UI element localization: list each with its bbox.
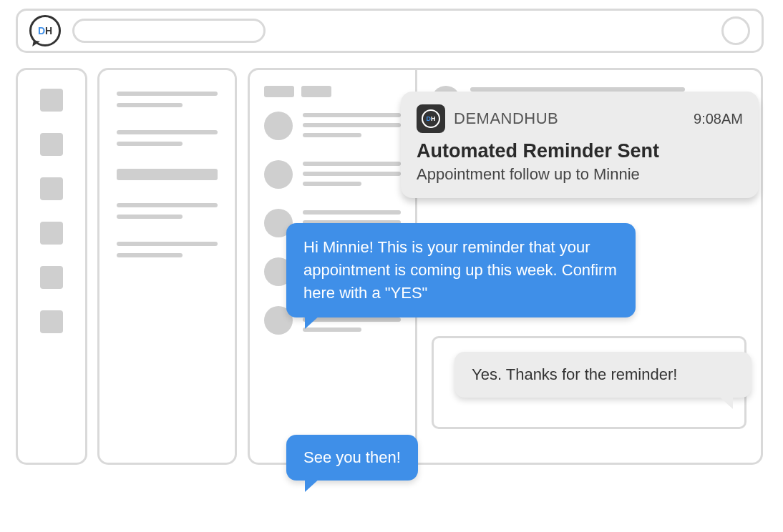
sidebar-item[interactable] [117,92,218,107]
nav-item[interactable] [40,133,63,156]
outgoing-message: See you then! [286,435,418,481]
tab[interactable] [264,86,294,97]
placeholder-line [117,103,183,107]
outgoing-message: Hi Minnie! This is your reminder that yo… [286,223,636,317]
message-text: See you then! [303,448,401,466]
notification-title: Automated Reminder Sent [417,140,743,162]
placeholder-line [117,169,218,180]
logo-letter-d: D [38,25,45,36]
bubble-tail-icon [305,315,321,329]
placeholder-line [303,182,361,186]
placeholder-line [117,253,183,257]
incoming-message: Yes. Thanks for the reminder! [454,352,752,398]
placeholder-line [303,123,401,127]
placeholder-line [117,203,218,207]
placeholder-line [117,215,183,219]
nav-item[interactable] [40,222,63,245]
nav-item[interactable] [40,310,63,333]
secondary-sidebar [97,68,237,465]
speech-bubble-tail-icon [32,40,40,48]
placeholder-line [117,142,183,146]
sidebar-item-selected[interactable] [117,169,218,180]
placeholder-line [303,133,361,137]
bubble-tail-icon [717,395,733,409]
sidebar-item[interactable] [117,130,218,146]
avatar-icon [264,160,293,189]
message-text: Hi Minnie! This is your reminder that yo… [303,238,617,302]
logo-letter-h: H [45,25,52,36]
placeholder-line [117,242,218,246]
message-text: Yes. Thanks for the reminder! [472,365,677,383]
placeholder-line [303,162,401,166]
filter-tabs [264,86,401,97]
notification-card[interactable]: DH DEMANDHUB 9:08AM Automated Reminder S… [401,92,759,198]
sidebar-item[interactable] [117,203,218,219]
notification-time: 9:08AM [694,111,743,127]
conversation-item[interactable] [264,160,401,189]
placeholder-line [303,210,401,215]
nav-item[interactable] [40,177,63,200]
app-logo: DH [29,15,61,46]
tab[interactable] [301,86,331,97]
avatar-icon [264,112,293,140]
notification-subtitle: Appointment follow up to Minnie [417,165,743,184]
placeholder-line [117,130,218,134]
conversation-item[interactable] [264,112,401,140]
app-icon: DH [417,104,445,133]
sidebar-item[interactable] [117,242,218,257]
notification-app-name: DEMANDHUB [454,109,558,128]
user-avatar[interactable] [721,16,750,45]
placeholder-line [303,113,401,117]
search-input[interactable] [72,19,266,43]
placeholder-line [117,92,218,96]
nav-item[interactable] [40,266,63,289]
bubble-tail-icon [305,478,321,492]
placeholder-line [303,172,401,176]
nav-sidebar [16,68,87,465]
nav-item[interactable] [40,89,63,112]
top-bar: DH [16,9,764,53]
